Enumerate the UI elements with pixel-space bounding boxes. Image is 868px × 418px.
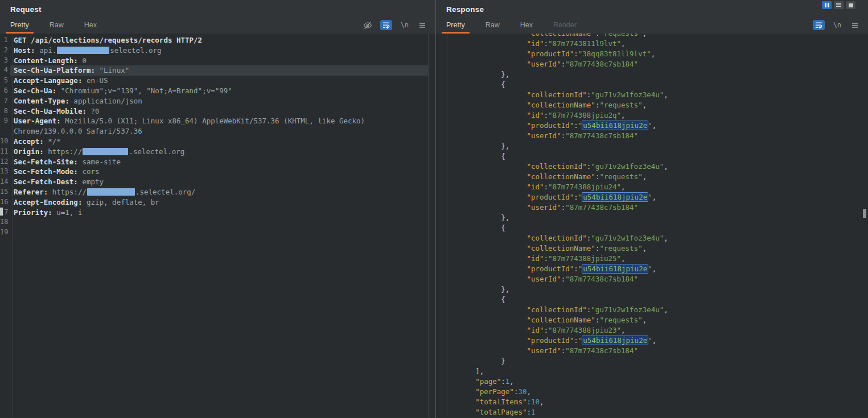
code-segment: Accept-Language:: [14, 76, 82, 85]
request-line-text: User-Agent: Mozilla/5.0 (X11; Linux x86_…: [10, 116, 428, 126]
single-pane-icon[interactable]: [846, 1, 855, 9]
code-segment: ],: [475, 367, 484, 375]
response-line: "userId":"87m77438c7sb184": [450, 202, 868, 213]
code-segment: u=1, i: [52, 208, 83, 217]
code-segment: "userId": [526, 60, 561, 68]
request-line: 15Referer: https://.selectel.org/: [0, 187, 428, 197]
request-line-text: Origin: https://.selectel.org: [10, 147, 428, 157]
code-segment: 30: [518, 387, 526, 396]
split-rows-icon[interactable]: [834, 1, 844, 9]
code-segment: "perPage": [475, 387, 514, 396]
response-line: "totalItems":10,: [450, 397, 868, 407]
code-segment: https://: [44, 147, 83, 156]
response-line: "productId":"38qq83t81ll9lvt",: [450, 49, 868, 59]
request-header: Request PrettyRawHex \n: [0, 0, 435, 34]
response-tab-hex[interactable]: Hex: [516, 18, 537, 34]
wrap-lines-icon[interactable]: [380, 20, 392, 30]
code-segment: "87m7743811l9lvt": [548, 39, 621, 48]
request-tab-hex[interactable]: Hex: [80, 18, 101, 34]
code-segment: },: [501, 142, 509, 150]
hide-matches-icon[interactable]: [363, 20, 373, 30]
response-tab-render[interactable]: Render: [549, 18, 581, 34]
code-segment: application/json: [69, 97, 142, 105]
request-editor[interactable]: 1GET /api/collections/requests/records H…: [0, 34, 429, 418]
code-segment: GET /api/collections/requests/records HT…: [14, 36, 202, 44]
code-segment: ,: [621, 183, 626, 191]
code-segment: "gu71v2w1foz3e4u": [591, 305, 664, 314]
request-line-text: Priority: u=1, i: [10, 208, 428, 218]
request-tab-pretty[interactable]: Pretty: [6, 18, 34, 34]
code-segment: selectel.org: [110, 46, 161, 55]
code-segment: 1: [531, 408, 536, 416]
menu-icon[interactable]: [417, 20, 427, 30]
response-tab-raw[interactable]: Raw: [481, 18, 504, 34]
code-segment: "collectionId": [526, 234, 586, 242]
wrap-lines-icon[interactable]: [813, 20, 825, 30]
code-segment: {: [501, 295, 505, 304]
split-columns-icon[interactable]: [822, 1, 832, 9]
response-line: "productId":"u54bii618jpiu2e",: [450, 121, 868, 131]
request-line-text: GET /api/collections/requests/records HT…: [10, 35, 428, 45]
request-line: 19: [0, 227, 428, 238]
request-line: 6Sec-Ch-Ua: "Chromium";v="139", "Not;A=B…: [0, 86, 428, 96]
code-segment: cors: [78, 167, 100, 176]
code-segment: "productId": [526, 49, 574, 58]
code-segment: "gu71v2w1foz3e4u": [591, 90, 664, 99]
code-segment: "87m774388jpiu2q": [548, 111, 621, 119]
code-segment: {: [501, 152, 505, 160]
response-line: "collectionName":"requests",: [450, 34, 868, 39]
response-tab-pretty[interactable]: Pretty: [442, 18, 470, 34]
code-segment: Sec-Fetch-Dest:: [14, 177, 78, 186]
scrollbar-thumb[interactable]: [863, 209, 866, 218]
request-line-text: Accept: */*: [10, 136, 428, 147]
newline-chars-icon[interactable]: \n: [400, 20, 410, 30]
request-tab-raw[interactable]: Raw: [45, 18, 68, 34]
request-line-text: Accept-Encoding: gzip, deflate, br: [10, 197, 428, 208]
code-segment: "id": [526, 111, 544, 119]
response-line: "id":"87m7743811l9lvt",: [450, 39, 868, 49]
code-segment: :: [526, 398, 531, 406]
response-line: "userId":"87m77438c7sb184": [450, 274, 868, 284]
glyph: [836, 3, 841, 5]
response-line: "userId":"87m77438c7sb184": [450, 346, 868, 356]
request-line: 1GET /api/collections/requests/records H…: [0, 35, 428, 45]
request-line-text: Sec-Fetch-Site: same-site: [10, 157, 428, 167]
code-segment: "collectionName": [526, 172, 595, 181]
request-line: 13Sec-Fetch-Mode: cors: [0, 167, 428, 177]
code-segment: "collectionId": [526, 305, 586, 314]
response-line: {: [450, 223, 868, 233]
response-line: },: [450, 141, 868, 151]
line-number: 6: [0, 86, 10, 96]
code-segment: "collectionName": [526, 101, 595, 109]
request-line-text: Sec-Ch-Ua: "Chromium";v="139", "Not;A=Br…: [10, 86, 428, 96]
code-segment: ,: [621, 254, 626, 263]
request-line: 14Sec-Fetch-Dest: empty: [0, 177, 428, 187]
response-line: "collectionName":"requests",: [450, 315, 868, 325]
newline-chars-icon[interactable]: \n: [832, 20, 842, 30]
gutter-separator: [13, 34, 13, 418]
request-line: 11Origin: https://.selectel.org: [0, 147, 428, 157]
code-segment: "userId": [526, 275, 561, 283]
code-segment: :: [544, 39, 549, 48]
response-line: },: [450, 284, 868, 295]
response-line: "userId":"87m77438c7sb184": [450, 59, 868, 69]
code-segment: 10: [531, 398, 540, 406]
code-segment: "page": [475, 377, 501, 386]
redacted-text: [57, 47, 109, 54]
request-line-text: Sec-Ch-Ua-Platform: "Linux": [10, 65, 428, 76]
code-segment: "requests": [599, 316, 642, 324]
request-title: Request: [0, 0, 435, 14]
menu-icon[interactable]: [850, 20, 860, 30]
line-number: 13: [0, 167, 10, 177]
code-segment: "userId": [526, 346, 561, 355]
request-line: 9User-Agent: Mozilla/5.0 (X11; Linux x86…: [0, 116, 428, 126]
code-segment: "87m774388jpiu25": [548, 254, 621, 263]
line-number: 14: [0, 177, 10, 187]
response-editor[interactable]: "collectionName":"requests","id":"87m774…: [436, 34, 868, 418]
code-segment: Sec-Fetch-Site:: [14, 158, 78, 166]
code-segment: Host:: [14, 46, 35, 55]
request-tabbar: PrettyRawHex: [6, 18, 101, 34]
scroll-marker[interactable]: [0, 208, 3, 216]
line-number: 19: [0, 227, 10, 238]
code-segment: ,: [664, 305, 668, 314]
